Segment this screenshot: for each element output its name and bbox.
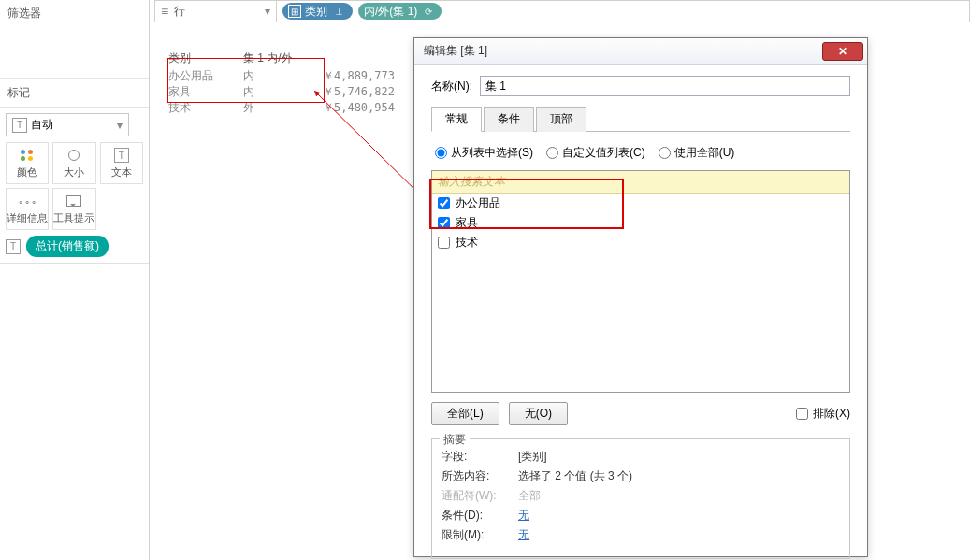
pill-category[interactable]: ⊞ 类别 ⊥ [282, 3, 353, 20]
detail-icon: ∘∘∘ [18, 196, 37, 207]
radio-from-list[interactable]: 从列表中选择(S) [435, 145, 533, 161]
tab-general[interactable]: 常规 [431, 107, 482, 132]
member-checkbox[interactable] [438, 197, 450, 209]
label-icon: T [114, 148, 129, 163]
edit-set-dialog: 编辑集 [集 1] ✕ 名称(N): 常规 条件 顶部 从列表中选择(S) 自定… [413, 37, 868, 557]
summary-box: 摘要 字段:[类别] 所选内容:选择了 2 个值 (共 3 个) 通配符(W):… [431, 438, 850, 559]
chevron-down-icon: ▾ [117, 119, 123, 132]
table-row: 办公用品 内 ￥4,889,773 [168, 68, 395, 84]
set-icon: ⟳ [425, 7, 432, 17]
select-all-button[interactable]: 全部(L) [431, 402, 499, 425]
limit-link[interactable]: 无 [518, 527, 529, 543]
marks-tooltip[interactable]: 工具提示 [52, 188, 95, 230]
close-button[interactable]: ✕ [822, 42, 863, 61]
search-input[interactable]: 输入搜索文本 [432, 171, 849, 194]
marks-text[interactable]: T 文本 [100, 142, 143, 184]
tab-condition[interactable]: 条件 [484, 107, 534, 132]
summary-title: 摘要 [440, 432, 470, 448]
size-icon [68, 150, 80, 161]
marks-size[interactable]: 大小 [52, 142, 95, 184]
col-header-category: 类别 [168, 49, 243, 68]
list-item[interactable]: 技术 [432, 233, 849, 252]
expand-icon: ⊞ [288, 5, 301, 18]
color-icon [21, 150, 34, 161]
rows-shelf-label[interactable]: 行 ▾ [155, 1, 277, 22]
text-encoding-icon: T [6, 239, 21, 254]
tooltip-icon [66, 195, 81, 207]
close-icon: ✕ [838, 45, 847, 58]
rows-shelf: 行 ▾ ⊞ 类别 ⊥ 内/外(集 1) ⟳ [154, 0, 970, 22]
table-row: 家具 内 ￥5,746,822 [168, 84, 395, 100]
radio-custom-list[interactable]: 自定义值列表(C) [546, 145, 645, 161]
pill-total-sales[interactable]: 总计(销售额) [26, 236, 109, 257]
list-item[interactable]: 家具 [432, 213, 849, 233]
marks-color[interactable]: 颜色 [6, 142, 49, 184]
member-listbox: 输入搜索文本 办公用品 家具 技术 [431, 170, 850, 393]
dialog-titlebar[interactable]: 编辑集 [集 1] ✕ [414, 38, 867, 65]
table-row: 技术 外 ￥5,480,954 [168, 100, 395, 116]
crosstab: 类别 集 1 内/外 办公用品 内 ￥4,889,773 家具 内 ￥5,746… [168, 49, 395, 116]
marks-detail[interactable]: ∘∘∘ 详细信息 [6, 188, 49, 230]
chevron-down-icon: ▾ [265, 5, 270, 18]
condition-link[interactable]: 无 [518, 508, 529, 524]
sidebar: 筛选器 标记 T 自动 ▾ 颜色 大小 T 文本 [0, 0, 150, 560]
exclude-checkbox[interactable]: 排除(X) [796, 406, 850, 422]
dialog-title: 编辑集 [集 1] [424, 43, 487, 59]
tabs: 常规 条件 顶部 [431, 106, 850, 132]
col-header-set: 集 1 内/外 [243, 49, 311, 68]
marks-mode-label: 自动 [31, 117, 53, 133]
select-none-button[interactable]: 无(O) [509, 402, 568, 425]
rows-icon [161, 4, 168, 19]
radio-use-all[interactable]: 使用全部(U) [659, 145, 735, 161]
pill-end-icon: ⊥ [335, 7, 343, 17]
set-name-input[interactable] [480, 76, 850, 96]
member-checkbox[interactable] [438, 237, 450, 249]
tab-top[interactable]: 顶部 [536, 107, 586, 132]
marks-header: 标记 [0, 79, 149, 108]
pill-inout-set[interactable]: 内/外(集 1) ⟳ [358, 3, 442, 20]
list-item[interactable]: 办公用品 [432, 194, 849, 213]
text-mark-icon: T [12, 118, 27, 133]
member-checkbox[interactable] [438, 217, 450, 229]
marks-type-select[interactable]: T 自动 ▾ [6, 113, 129, 136]
name-label: 名称(N): [431, 79, 472, 94]
filters-header: 筛选器 [0, 0, 149, 79]
